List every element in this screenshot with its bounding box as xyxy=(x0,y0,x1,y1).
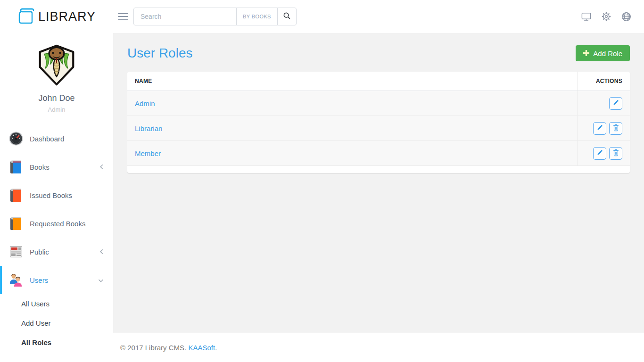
main-content: User Roles Add Role NAME ACTIONS xyxy=(113,33,644,333)
search-bar: BY BOOKS xyxy=(133,8,297,25)
sidebar-subitem-all-users[interactable]: All Users xyxy=(0,294,113,313)
search-button[interactable] xyxy=(277,8,297,25)
column-header-actions: ACTIONS xyxy=(577,72,630,91)
chevron-left-icon xyxy=(99,163,104,171)
edit-role-button[interactable] xyxy=(609,97,622,110)
sidebar-subitem-all-roles[interactable]: All Roles xyxy=(0,333,113,352)
sidebar-subnav: All UsersAdd UserAll Roles xyxy=(0,294,113,352)
role-name-cell: Admin xyxy=(127,91,577,116)
role-link[interactable]: Librarian xyxy=(135,124,162,132)
pencil-icon xyxy=(596,149,603,158)
topbar-right-icons xyxy=(581,11,632,22)
pencil-icon xyxy=(612,99,619,108)
monitor-icon[interactable] xyxy=(581,11,592,22)
globe-icon[interactable] xyxy=(621,11,632,22)
role-actions-cell xyxy=(577,116,630,141)
book-blue-icon xyxy=(8,159,24,174)
gauge-icon xyxy=(8,131,24,146)
user-name: John Doe xyxy=(0,93,113,103)
roles-table: NAME ACTIONS AdminLibrarian Member xyxy=(127,72,630,166)
kaasoft-link[interactable]: KAASoft xyxy=(188,344,215,352)
role-name-cell: Member xyxy=(127,141,577,166)
book-red-icon xyxy=(8,188,24,203)
cobra-shield-avatar xyxy=(37,79,76,87)
table-row: Librarian xyxy=(127,116,630,141)
pencil-icon xyxy=(596,124,603,133)
sidebar-item-requested-books[interactable]: Requested Books xyxy=(0,209,113,238)
footer: © 2017 Library CMS. KAASoft. xyxy=(113,333,644,362)
role-link[interactable]: Member xyxy=(135,149,161,157)
role-actions-cell xyxy=(577,91,630,116)
copyright-text: © 2017 Library CMS. xyxy=(120,344,186,352)
trash-icon xyxy=(612,149,619,158)
page-title: User Roles xyxy=(127,45,192,61)
newspaper-icon xyxy=(8,244,24,259)
delete-role-button[interactable] xyxy=(609,147,622,160)
search-input[interactable] xyxy=(133,8,237,25)
column-header-name: NAME xyxy=(127,72,577,91)
menu-toggle-icon[interactable] xyxy=(118,9,128,24)
trash-icon xyxy=(612,124,619,133)
delete-role-button[interactable] xyxy=(609,122,622,135)
book-logo-icon xyxy=(17,6,35,27)
table-row: Member xyxy=(127,141,630,166)
search-filter-button[interactable]: BY BOOKS xyxy=(236,8,278,25)
users-icon xyxy=(8,272,24,288)
topbar: LIBRARY BY BOOKS xyxy=(0,0,644,33)
plus-icon xyxy=(583,49,589,58)
user-panel: John Doe Admin xyxy=(0,33,113,113)
sidebar-item-books[interactable]: Books xyxy=(0,153,113,181)
logo[interactable]: LIBRARY xyxy=(0,6,113,27)
chevron-down-icon xyxy=(98,276,104,284)
sidebar-item-issued-books[interactable]: Issued Books xyxy=(0,181,113,209)
role-name-cell: Librarian xyxy=(127,116,577,141)
sidebar-subitem-add-user[interactable]: Add User xyxy=(0,313,113,333)
table-row: Admin xyxy=(127,91,630,116)
edit-role-button[interactable] xyxy=(593,147,606,160)
sidebar-item-public[interactable]: Public xyxy=(0,238,113,266)
user-role: Admin xyxy=(0,106,113,113)
roles-table-card: NAME ACTIONS AdminLibrarian Member xyxy=(127,72,630,173)
sidebar: John Doe Admin Dashboard Books Issued Bo… xyxy=(0,33,113,362)
add-role-button[interactable]: Add Role xyxy=(576,45,630,61)
logo-text: LIBRARY xyxy=(38,9,96,24)
book-orange-icon xyxy=(8,216,24,231)
role-link[interactable]: Admin xyxy=(135,99,155,107)
sidebar-item-users[interactable]: Users xyxy=(0,266,113,294)
gear-icon[interactable] xyxy=(601,11,611,22)
role-actions-cell xyxy=(577,141,630,166)
magnifier-icon xyxy=(283,12,291,21)
edit-role-button[interactable] xyxy=(593,122,606,135)
sidebar-nav: Dashboard Books Issued Books Requested B… xyxy=(0,124,113,294)
chevron-left-icon xyxy=(99,248,104,256)
sidebar-item-dashboard[interactable]: Dashboard xyxy=(0,124,113,153)
